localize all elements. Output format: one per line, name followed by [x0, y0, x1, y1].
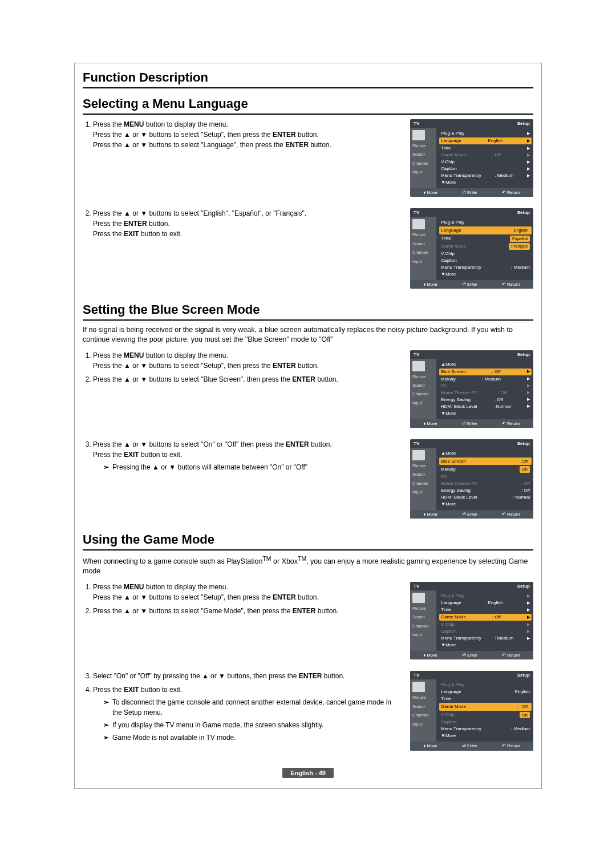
game-step-3: Select "On" or "Off" by pressing the ▲ o… — [93, 671, 399, 681]
tv-setup-language-menu: TVSetup Picture Sound Channel Input Plug… — [410, 119, 533, 197]
game-step-4: Press the EXIT button to exit. ➣To disco… — [93, 685, 399, 743]
tv-blue-screen-options: TVSetup Picture Sound Channel Input ▲Mor… — [410, 439, 533, 519]
blue-note: ➣Pressing the ▲ or ▼ buttons will altern… — [103, 462, 399, 472]
tv-blue-screen-menu: TVSetup Picture Sound Channel Input ▲Mor… — [410, 350, 533, 428]
tv-language-options-menu: TVSetup Picture Sound Channel Input Plug… — [410, 208, 533, 289]
heading-function-description: Function Description — [83, 70, 533, 88]
heading-blue-screen: Setting the Blue Screen Mode — [83, 302, 533, 321]
page-footer: English - 49 — [83, 769, 533, 777]
blue-step-1: Press the MENU button to display the men… — [93, 350, 399, 371]
lang-step-1: Press the MENU button to display the men… — [93, 119, 399, 150]
blue-step-2: Press the ▲ or ▼ buttons to select "Blue… — [93, 374, 399, 384]
lang-step-2: Press the ▲ or ▼ buttons to select "Engl… — [93, 208, 399, 239]
heading-game-mode: Using the Game Mode — [83, 532, 533, 550]
game-step-1: Press the MENU button to display the men… — [93, 582, 399, 602]
blue-step-3: Press the ▲ or ▼ buttons to select "On" … — [93, 439, 399, 472]
tv-game-mode-menu: TVSetup Picture Sound Channel Input Plug… — [410, 582, 533, 659]
tv-game-mode-options: TVSetup Picture Sound Channel Input Plug… — [410, 671, 533, 750]
game-note-1: ➣To disconnect the game console and conn… — [103, 697, 399, 718]
game-note-2: ➣If you display the TV menu in Game mode… — [103, 720, 399, 730]
heading-selecting-language: Selecting a Menu Language — [83, 96, 533, 115]
blue-screen-intro: If no signal is being received or the si… — [83, 325, 533, 345]
game-note-3: ➣Game Mode is not available in TV mode. — [103, 732, 399, 743]
manual-page: Function Description Selecting a Menu La… — [74, 63, 542, 789]
game-step-2: Press the ▲ or ▼ buttons to select "Game… — [93, 606, 399, 616]
game-mode-intro: When connecting to a game console such a… — [83, 555, 533, 576]
